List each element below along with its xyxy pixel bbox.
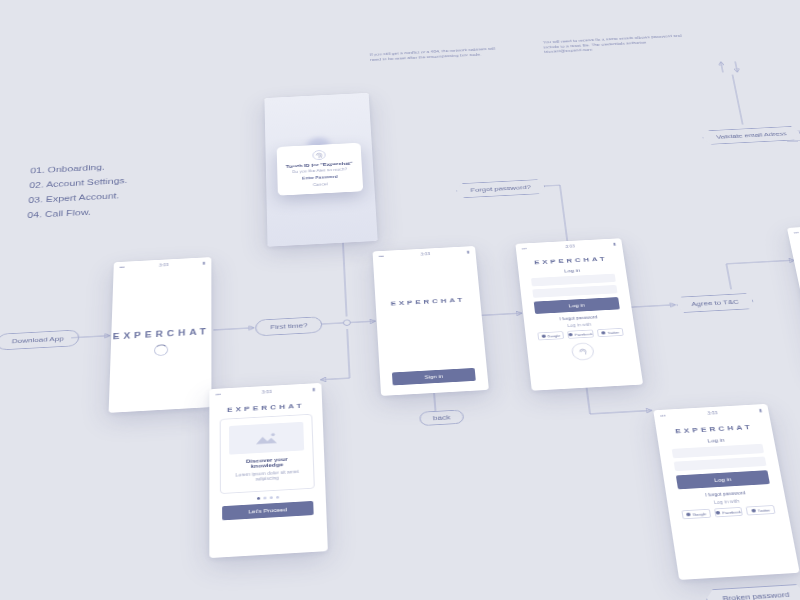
password-field[interactable] — [532, 285, 617, 298]
fingerprint-icon — [312, 150, 325, 160]
note-block: If you still get a conflict or a 404, th… — [370, 46, 505, 62]
touch-id-dialog: Touch ID for "Experchat" Do you like Ale… — [277, 143, 364, 196]
note-block: You will need to receive fix a same emai… — [543, 33, 688, 55]
flow-canvas: If you still get a conflict or a 404, th… — [0, 0, 800, 600]
social-row: Google Facebook Twitter — [537, 328, 623, 341]
brand-logo: EXPERCHAT — [790, 238, 800, 250]
social-google[interactable]: Google — [537, 331, 564, 340]
card-caption: Lorem ipsum dolor sit amet adipiscing — [229, 468, 305, 483]
screen-signup: •••3:03▮ EXPERCHAT Sign up / set up prof… — [787, 222, 800, 376]
status-bar: •••3:03▮ — [373, 246, 476, 260]
card-title: Discover your knowledge — [229, 455, 304, 470]
svg-line-2 — [321, 323, 343, 324]
node-validate-email[interactable]: Validate email Adress — [701, 126, 800, 145]
screen-splash: •••3:03▮ EXPERCHAT — [109, 257, 212, 413]
screen-social-login: •••3:03▮ EXPERCHAT Log in Log in I forgo… — [653, 404, 799, 580]
status-bar: •••3:03▮ — [209, 383, 321, 399]
svg-line-8 — [721, 62, 723, 72]
status-bar: •••3:03▮ — [515, 238, 622, 252]
signup-heading: Sign up / set up profile — [793, 249, 800, 259]
email-field[interactable] — [531, 274, 616, 287]
node-download-app[interactable]: Download App — [0, 330, 79, 351]
svg-line-9 — [735, 61, 737, 71]
social-google[interactable]: Google — [681, 509, 711, 520]
node-back[interactable]: back — [419, 409, 464, 426]
node-agree-tc[interactable]: Agree to T&C — [675, 293, 755, 313]
status-bar: •••3:03▮ — [114, 257, 212, 271]
status-bar: •••3:03▮ — [787, 222, 800, 236]
login-button[interactable]: Log in — [676, 470, 770, 489]
node-broken-password[interactable]: Broken password — [705, 584, 800, 600]
svg-line-4 — [482, 313, 522, 315]
spinner-icon — [154, 344, 168, 356]
screen-discover: •••3:03▮ EXPERCHAT Discover your knowled… — [209, 383, 328, 558]
social-row: Google Facebook Twitter — [681, 505, 775, 519]
status-bar: •••3:03▮ — [653, 404, 769, 420]
screen-signin-landing: •••3:03▮ EXPERCHAT Sign in — [373, 246, 489, 396]
svg-point-11 — [271, 433, 275, 436]
sign-in-button[interactable]: Sign in — [392, 368, 476, 386]
branch-node — [343, 319, 351, 326]
social-twitter[interactable]: Twitter — [746, 505, 776, 515]
brand-logo: EXPERCHAT — [517, 254, 624, 266]
brand-logo: EXPERCHAT — [656, 422, 772, 436]
brand-logo: EXPERCHAT — [209, 401, 322, 415]
screen-touch-id: Touch ID for "Experchat" Do you like Ale… — [264, 93, 377, 247]
password-field[interactable] — [674, 456, 767, 471]
onboarding-card: Discover your knowledge Lorem ipsum dolo… — [220, 414, 315, 494]
email-field[interactable] — [672, 444, 764, 459]
fingerprint-icon[interactable] — [571, 342, 595, 361]
social-facebook[interactable]: Facebook — [714, 507, 744, 518]
node-first-time[interactable]: First time? — [255, 316, 323, 336]
svg-line-10 — [434, 393, 435, 411]
node-forgot-password[interactable]: Forgot password? — [456, 179, 546, 198]
login-button[interactable]: Log in — [534, 297, 620, 314]
image-placeholder-icon — [229, 422, 304, 455]
svg-line-1 — [213, 328, 253, 330]
social-facebook[interactable]: Facebook — [567, 330, 594, 339]
brand-logo: EXPERCHAT — [111, 327, 211, 341]
section-legend: 01. Onboarding. 02. Account Settings. 03… — [27, 159, 128, 223]
svg-line-3 — [351, 321, 375, 322]
social-twitter[interactable]: Twitter — [597, 328, 624, 337]
dialog-action-cancel[interactable]: Cancel — [283, 180, 357, 188]
screen-login: •••3:03▮ EXPERCHAT Log in Log in I forgo… — [515, 238, 643, 390]
proceed-button[interactable]: Let's Proceed — [222, 501, 314, 520]
